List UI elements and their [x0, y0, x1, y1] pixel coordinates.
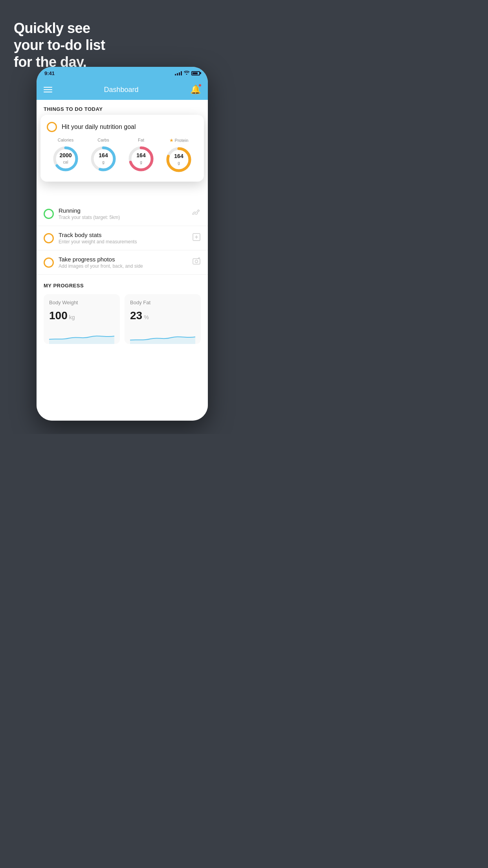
notification-badge [198, 84, 202, 87]
protein-value: 164 [174, 153, 183, 159]
carbs-donut: 164 g [89, 145, 117, 173]
phone-content: THINGS TO DO TODAY Hit your daily nutrit… [37, 100, 208, 421]
body-stats-subtitle: Enter your weight and measurements [59, 239, 187, 245]
status-bar: 9:41 [37, 67, 208, 79]
calories-donut: 2000 cal [51, 145, 80, 173]
macro-protein: ★ Protein 164 g [165, 138, 193, 174]
photos-check-circle[interactable] [44, 257, 54, 268]
list-item-running[interactable]: Running Track your stats (target: 5km) [37, 202, 208, 226]
carbs-label: Carbs [97, 138, 109, 142]
nav-title: Dashboard [104, 86, 138, 94]
nutrition-goal-label: Hit your daily nutrition goal [62, 123, 136, 131]
body-weight-value-row: 100 kg [49, 309, 114, 322]
carbs-unit: g [102, 160, 105, 164]
nutrition-check-circle[interactable] [47, 122, 57, 132]
protein-label: ★ Protein [169, 138, 189, 143]
battery-icon [191, 71, 200, 75]
star-icon: ★ [169, 138, 174, 143]
body-weight-number: 100 [49, 309, 68, 322]
svg-rect-9 [193, 259, 200, 264]
signal-icon [175, 71, 182, 75]
calories-label: Calories [58, 138, 73, 142]
body-weight-title: Body Weight [49, 300, 114, 305]
list-item-body-stats[interactable]: Track body stats Enter your weight and m… [37, 226, 208, 250]
fat-value: 164 [136, 153, 145, 158]
body-weight-card[interactable]: Body Weight 100 kg [44, 294, 120, 344]
body-fat-value-row: 23 % [130, 309, 195, 322]
photos-subtitle: Add images of your front, back, and side [59, 263, 187, 269]
body-fat-number: 23 [130, 309, 142, 322]
body-weight-chart [49, 328, 114, 344]
nutrition-goal-card: Hit your daily nutrition goal Calories 2… [40, 115, 204, 182]
running-title: Running [59, 207, 187, 214]
body-stats-check-circle[interactable] [44, 233, 54, 243]
fat-donut: 164 g [127, 145, 155, 173]
phone-shell: 9:41 Dashboard 🔔 [37, 67, 208, 421]
macros-row: Calories 2000 cal Carbs [47, 138, 198, 174]
running-subtitle: Track your stats (target: 5km) [59, 215, 187, 220]
progress-cards: Body Weight 100 kg Body Fat [44, 294, 201, 344]
status-time: 9:41 [44, 70, 55, 76]
todo-list: Running Track your stats (target: 5km) T… [37, 202, 208, 275]
headline: Quickly see your to-do list for the day. [14, 20, 105, 71]
todo-section-header: THINGS TO DO TODAY [37, 100, 208, 115]
running-icon [191, 209, 201, 218]
body-fat-title: Body Fat [130, 300, 195, 305]
fat-unit: g [140, 160, 142, 164]
photos-icon [192, 257, 201, 268]
photos-title: Take progress photos [59, 256, 187, 263]
photos-text: Take progress photos Add images of your … [59, 256, 187, 269]
protein-donut: 164 g [165, 145, 193, 174]
body-fat-unit: % [144, 314, 149, 320]
body-stats-title: Track body stats [59, 232, 187, 238]
calories-unit: cal [63, 160, 68, 164]
progress-section-header: MY PROGRESS [44, 283, 201, 289]
macro-fat: Fat 164 g [127, 138, 155, 173]
body-fat-chart [130, 328, 195, 344]
protein-unit: g [178, 161, 180, 165]
calories-value: 2000 [59, 153, 72, 158]
svg-point-10 [195, 260, 198, 263]
body-fat-card[interactable]: Body Fat 23 % [125, 294, 201, 344]
nav-bar: Dashboard 🔔 [37, 79, 208, 100]
running-text: Running Track your stats (target: 5km) [59, 207, 187, 220]
progress-section: MY PROGRESS Body Weight 100 kg [37, 275, 208, 344]
status-icons [175, 70, 200, 76]
carbs-value: 164 [99, 153, 108, 158]
list-item-photos[interactable]: Take progress photos Add images of your … [37, 250, 208, 275]
macro-calories: Calories 2000 cal [51, 138, 80, 173]
macro-carbs: Carbs 164 g [89, 138, 117, 173]
headline-line1: Quickly see [14, 20, 90, 36]
notification-button[interactable]: 🔔 [190, 85, 201, 95]
running-check-circle[interactable] [44, 209, 54, 219]
menu-button[interactable] [44, 87, 52, 92]
body-stats-icon [192, 233, 201, 243]
nutrition-goal-header: Hit your daily nutrition goal [47, 122, 198, 132]
body-stats-text: Track body stats Enter your weight and m… [59, 232, 187, 245]
fat-label: Fat [138, 138, 144, 142]
body-weight-unit: kg [69, 314, 75, 320]
headline-line2: your to-do list [14, 37, 105, 53]
wifi-icon [184, 70, 189, 76]
